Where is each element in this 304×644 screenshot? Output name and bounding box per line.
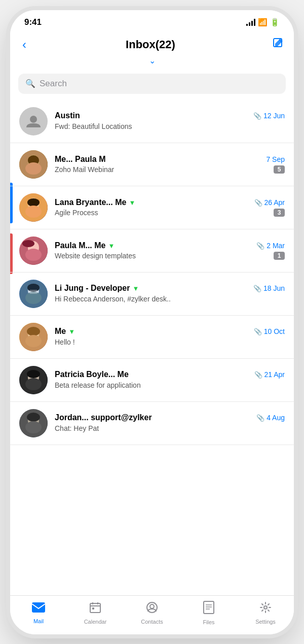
svg-point-2	[30, 116, 37, 123]
svg-point-30	[27, 413, 40, 422]
email-date-1: 12 Jun	[263, 112, 285, 120]
tab-files[interactable]: Files	[194, 601, 224, 625]
attachment-icon-7: 📎	[254, 371, 262, 379]
email-sender-4: Paula M... Me ▼	[55, 241, 115, 250]
email-content-6: Me ▼ 📎 10 Oct Hello !	[55, 327, 285, 347]
tab-calendar[interactable]: Calendar	[80, 601, 110, 625]
count-badge-2: 5	[274, 165, 285, 174]
flag-icon-5: ▼	[132, 285, 139, 292]
email-subject-4: Website design templates	[55, 252, 136, 260]
svg-point-31	[25, 421, 42, 433]
attachment-icon-8: 📎	[256, 414, 264, 422]
attachment-icon-1: 📎	[253, 112, 261, 120]
count-badge-4: 1	[274, 252, 285, 260]
email-date-3: 26 Apr	[264, 198, 285, 207]
svg-point-9	[27, 198, 40, 207]
avatar-lana	[19, 193, 48, 222]
count-badge-3: 3	[274, 209, 285, 217]
attachment-icon-3: 📎	[254, 199, 262, 207]
email-subject-8: Chat: Hey Pat	[55, 424, 99, 432]
tab-contacts-label: Contacts	[141, 619, 163, 625]
email-sender-3: Lana Bryante... Me ▼	[55, 198, 135, 207]
tab-mail-label: Mail	[33, 618, 44, 624]
search-bar[interactable]: 🔍 Search	[18, 74, 286, 94]
email-meta-5: 📎 18 Jun	[253, 284, 285, 292]
attachment-icon-4: 📎	[256, 242, 264, 250]
email-content-2: Me... Paula M 7 Sep Zoho Mail Webinar 5	[55, 155, 285, 174]
svg-rect-37	[92, 607, 94, 609]
email-subject-6: Hello !	[55, 338, 75, 346]
email-content-8: Jordan... support@zylker 📎 4 Aug Chat: H…	[55, 413, 285, 433]
svg-point-26	[27, 370, 40, 378]
tab-calendar-label: Calendar	[84, 619, 107, 625]
tab-settings-label: Settings	[255, 619, 276, 625]
email-item-7[interactable]: Patricia Boyle... Me 📎 21 Apr Beta relea…	[10, 359, 294, 402]
email-meta-4: 📎 2 Mar	[256, 242, 285, 250]
status-bar: 9:41 📶 🔋	[10, 10, 294, 31]
calendar-icon	[89, 601, 101, 617]
status-time: 9:41	[24, 17, 42, 27]
email-subject-1: Fwd: Beautiful Locations	[55, 122, 132, 130]
email-item-6[interactable]: Me ▼ 📎 10 Oct Hello !	[10, 316, 294, 359]
svg-point-6	[25, 162, 42, 175]
email-meta-6: 📎 10 Oct	[254, 327, 285, 335]
email-content-4: Paula M... Me ▼ 📎 2 Mar Website design t…	[55, 241, 285, 260]
email-list: Austin 📎 12 Jun Fwd: Beautiful Locations	[10, 100, 294, 595]
email-item-2[interactable]: Me... Paula M 7 Sep Zoho Mail Webinar 5	[10, 143, 294, 186]
avatar-me	[19, 323, 48, 351]
tab-settings[interactable]: Settings	[250, 601, 281, 625]
avatar-paula2	[19, 236, 48, 265]
email-subject-7: Beta release for application	[55, 381, 141, 389]
svg-point-10	[25, 206, 42, 218]
flag-icon-6: ▼	[68, 328, 75, 335]
settings-icon	[259, 601, 272, 617]
battery-icon: 🔋	[270, 18, 280, 27]
inbox-title: Inbox(22)	[126, 38, 175, 51]
files-icon	[203, 601, 214, 617]
flag-icon-3: ▼	[129, 199, 135, 207]
email-meta-8: 📎 4 Aug	[256, 414, 285, 422]
header: ‹ Inbox(22)	[10, 31, 294, 54]
phone-frame: 9:41 📶 🔋 ‹ Inbox(22) ⌄ 🔍 Sea	[10, 10, 294, 634]
svg-point-44	[264, 606, 267, 609]
signal-icon	[246, 19, 255, 26]
email-date-2: 7 Sep	[266, 155, 285, 163]
compose-button[interactable]	[273, 38, 284, 51]
inbox-dropdown[interactable]: ⌄	[10, 54, 294, 70]
email-date-4: 2 Mar	[267, 242, 285, 250]
contacts-icon	[146, 601, 158, 617]
back-button[interactable]: ‹	[20, 36, 28, 54]
email-date-7: 21 Apr	[264, 370, 285, 379]
email-item-4[interactable]: Paula M... Me ▼ 📎 2 Mar Website design t…	[10, 229, 294, 273]
email-date-8: 4 Aug	[267, 414, 285, 422]
email-meta-7: 📎 21 Apr	[254, 370, 285, 379]
svg-rect-40	[204, 601, 214, 614]
email-date-5: 18 Jun	[263, 284, 285, 292]
avatar-paula	[19, 150, 48, 179]
status-icons: 📶 🔋	[246, 18, 280, 27]
email-meta-2: 7 Sep	[266, 155, 285, 163]
email-sender-2: Me... Paula M	[55, 155, 105, 164]
tab-files-label: Files	[203, 619, 214, 625]
search-input[interactable]: Search	[40, 79, 67, 89]
email-sender-8: Jordan... support@zylker	[55, 413, 152, 422]
email-item-5[interactable]: Li Jung - Developer ▼ 📎 18 Jun Hi Rebecc…	[10, 273, 294, 316]
email-content-5: Li Jung - Developer ▼ 📎 18 Jun Hi Rebecc…	[55, 284, 285, 303]
tab-contacts[interactable]: Contacts	[137, 601, 167, 625]
svg-point-13	[22, 240, 34, 247]
email-item-8[interactable]: Jordan... support@zylker 📎 4 Aug Chat: H…	[10, 402, 294, 445]
svg-point-14	[25, 249, 42, 261]
email-subject-5: Hi Rebecca Anderson, #zylker desk..	[55, 295, 171, 303]
svg-point-27	[25, 378, 42, 390]
email-date-6: 10 Oct	[264, 327, 285, 335]
tab-mail[interactable]: Mail	[23, 602, 54, 624]
attachment-icon-5: 📎	[253, 285, 261, 292]
email-item-1[interactable]: Austin 📎 12 Jun Fwd: Beautiful Locations	[10, 100, 294, 143]
email-content-7: Patricia Boyle... Me 📎 21 Apr Beta relea…	[55, 370, 285, 390]
avatar-lijung	[19, 280, 48, 308]
tab-bar: Mail Calendar Co	[10, 595, 294, 634]
email-content-3: Lana Bryante... Me ▼ 📎 26 Apr Agile Proc…	[55, 198, 285, 217]
email-sender-5: Li Jung - Developer ▼	[55, 284, 139, 293]
email-item-3[interactable]: Lana Bryante... Me ▼ 📎 26 Apr Agile Proc…	[10, 186, 294, 229]
email-sender-6: Me ▼	[55, 327, 75, 336]
